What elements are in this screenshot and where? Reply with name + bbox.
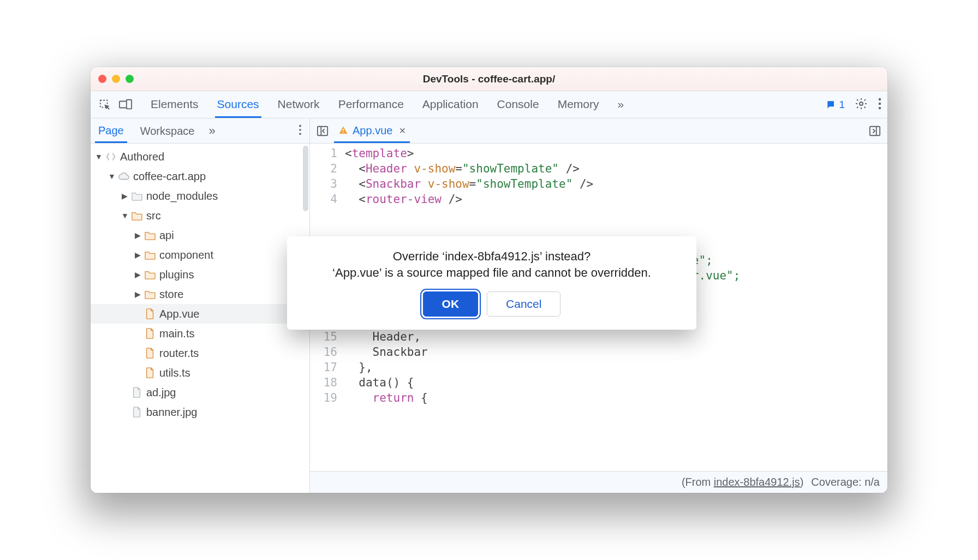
tab-elements[interactable]: Elements xyxy=(148,91,201,118)
folder-icon xyxy=(131,210,143,222)
window-title: DevTools - coffee-cart.app/ xyxy=(91,73,887,85)
tree-item[interactable]: ▶component xyxy=(91,245,309,265)
override-dialog: Override ‘index-8bfa4912.js’ instead? ‘A… xyxy=(287,236,696,330)
folder-icon xyxy=(144,229,156,241)
device-toolbar-icon[interactable] xyxy=(117,96,134,114)
cancel-button[interactable]: Cancel xyxy=(487,291,560,317)
devtools-tabs: Elements Sources Network Performance App… xyxy=(148,91,822,118)
navigator-tab-page[interactable]: Page xyxy=(95,119,127,143)
zoom-window-button[interactable] xyxy=(126,75,134,83)
file-icon xyxy=(131,386,143,398)
svg-point-5 xyxy=(879,102,881,104)
svg-rect-13 xyxy=(343,132,344,133)
show-debugger-icon[interactable] xyxy=(867,125,883,137)
expand-arrow-icon[interactable]: ▼ xyxy=(95,152,102,161)
tree-item-label: banner.jpg xyxy=(146,406,197,419)
devtools-toolbar: Elements Sources Network Performance App… xyxy=(91,91,887,118)
editor-tabstrip: App.vue × xyxy=(310,118,887,144)
editor-statusbar: (From index-8bfa4912.js) Coverage: n/a xyxy=(310,471,887,493)
coverage-status: Coverage: n/a xyxy=(811,476,880,488)
svg-point-8 xyxy=(299,129,301,131)
brackets-icon xyxy=(105,151,117,163)
issues-count: 1 xyxy=(839,99,845,111)
tree-item[interactable]: App.vue xyxy=(91,304,309,324)
tree-item-label: Authored xyxy=(120,151,164,163)
settings-icon[interactable] xyxy=(855,97,868,112)
issues-badge[interactable]: 1 xyxy=(826,99,845,111)
cloud-icon xyxy=(118,170,130,182)
tree-item[interactable]: ad.jpg xyxy=(91,383,309,402)
svg-point-4 xyxy=(879,98,881,100)
tabs-overflow[interactable]: » xyxy=(615,91,626,118)
tree-item-label: node_modules xyxy=(146,190,218,202)
tab-sources[interactable]: Sources xyxy=(215,91,261,118)
tree-item[interactable]: ▼src xyxy=(91,206,309,225)
scrollbar-thumb[interactable] xyxy=(303,146,308,211)
expand-arrow-icon[interactable]: ▶ xyxy=(134,290,141,299)
titlebar: DevTools - coffee-cart.app/ xyxy=(91,67,887,91)
expand-arrow-icon[interactable]: ▶ xyxy=(121,192,128,200)
tree-item-label: plugins xyxy=(159,269,194,281)
tree-item-label: App.vue xyxy=(159,308,199,320)
tree-item[interactable]: ▶plugins xyxy=(91,265,309,284)
folder-icon xyxy=(144,249,156,261)
editor-tab-appvue[interactable]: App.vue × xyxy=(334,119,410,143)
tree-item-label: main.ts xyxy=(159,327,194,340)
expand-arrow-icon[interactable]: ▼ xyxy=(121,211,128,220)
sourcemap-origin: (From index-8bfa4912.js) xyxy=(682,476,803,488)
tree-item[interactable]: utils.ts xyxy=(91,363,309,383)
tree-item[interactable]: ▶node_modules xyxy=(91,186,309,206)
tree-item[interactable]: main.ts xyxy=(91,324,309,343)
file-icon xyxy=(144,347,156,359)
file-icon xyxy=(144,327,156,339)
tree-item[interactable]: ▼Authored xyxy=(91,147,309,166)
navigator-sidebar: Page Workspace » ▼Authored▼coffee-cart.a… xyxy=(91,118,310,493)
close-window-button[interactable] xyxy=(98,75,106,83)
tab-network[interactable]: Network xyxy=(276,91,322,118)
more-menu-icon[interactable] xyxy=(878,97,882,112)
expand-arrow-icon[interactable]: ▶ xyxy=(134,270,141,279)
show-navigator-icon[interactable] xyxy=(314,125,331,137)
ok-button[interactable]: OK xyxy=(423,291,479,317)
svg-rect-2 xyxy=(127,99,132,109)
navigator-more-icon[interactable] xyxy=(299,124,305,138)
tree-item-label: api xyxy=(159,229,174,242)
expand-arrow-icon[interactable]: ▶ xyxy=(134,231,141,240)
tree-item[interactable]: ▶store xyxy=(91,284,309,304)
tab-console[interactable]: Console xyxy=(495,91,541,118)
tree-item[interactable]: ▼coffee-cart.app xyxy=(91,166,309,186)
folder-icon xyxy=(131,190,143,202)
tab-memory[interactable]: Memory xyxy=(556,91,601,118)
tree-item-label: utils.ts xyxy=(159,367,190,379)
tab-performance[interactable]: Performance xyxy=(336,91,406,118)
devtools-window: DevTools - coffee-cart.app/ Elements Sou… xyxy=(91,67,887,493)
expand-arrow-icon[interactable]: ▼ xyxy=(108,172,115,181)
inspect-element-icon[interactable] xyxy=(96,96,114,114)
tree-item[interactable]: ▶api xyxy=(91,225,309,245)
warning-icon xyxy=(338,126,348,135)
editor-tab-label: App.vue xyxy=(353,124,392,137)
navigator-tabs-overflow[interactable]: » xyxy=(208,124,215,138)
file-tree[interactable]: ▼Authored▼coffee-cart.app▶node_modules▼s… xyxy=(91,144,309,493)
tree-item-label: store xyxy=(159,288,183,301)
tree-item-label: coffee-cart.app xyxy=(133,170,206,183)
dialog-line-2: ‘App.vue’ is a source mapped file and ca… xyxy=(332,266,651,279)
tree-item[interactable]: router.ts xyxy=(91,343,309,363)
minimize-window-button[interactable] xyxy=(112,75,120,83)
expand-arrow-icon[interactable]: ▶ xyxy=(134,251,141,259)
file-icon xyxy=(144,308,156,320)
file-icon xyxy=(144,367,156,379)
close-tab-icon[interactable]: × xyxy=(399,124,405,137)
svg-point-7 xyxy=(299,124,301,127)
tab-application[interactable]: Application xyxy=(420,91,481,118)
navigator-tab-workspace[interactable]: Workspace xyxy=(137,120,198,142)
tree-item-label: router.ts xyxy=(159,347,199,360)
dialog-line-1: Override ‘index-8bfa4912.js’ instead? xyxy=(393,249,591,263)
sourcemap-link[interactable]: index-8bfa4912.js xyxy=(714,476,800,488)
tree-item[interactable]: banner.jpg xyxy=(91,402,309,422)
navigator-tabs: Page Workspace » xyxy=(91,118,309,144)
svg-point-9 xyxy=(299,133,301,135)
tree-item-label: ad.jpg xyxy=(146,386,176,399)
folder-icon xyxy=(144,288,156,300)
svg-rect-12 xyxy=(343,129,344,132)
